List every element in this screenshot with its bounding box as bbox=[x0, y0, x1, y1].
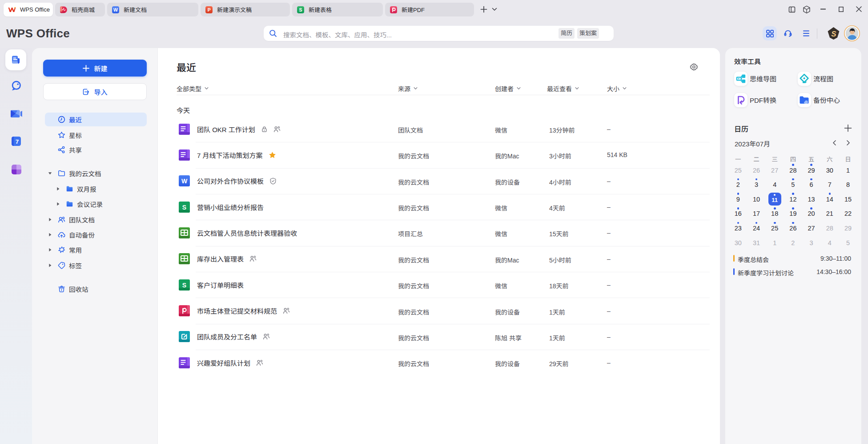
svg-text:S: S bbox=[299, 7, 302, 12]
svg-text:W: W bbox=[181, 178, 188, 185]
svg-text:S: S bbox=[182, 203, 186, 210]
svg-text:W: W bbox=[113, 7, 118, 12]
svg-text:S: S bbox=[831, 30, 836, 38]
svg-text:P: P bbox=[208, 7, 211, 12]
svg-text:S: S bbox=[182, 281, 186, 288]
svg-text:7: 7 bbox=[16, 138, 19, 145]
